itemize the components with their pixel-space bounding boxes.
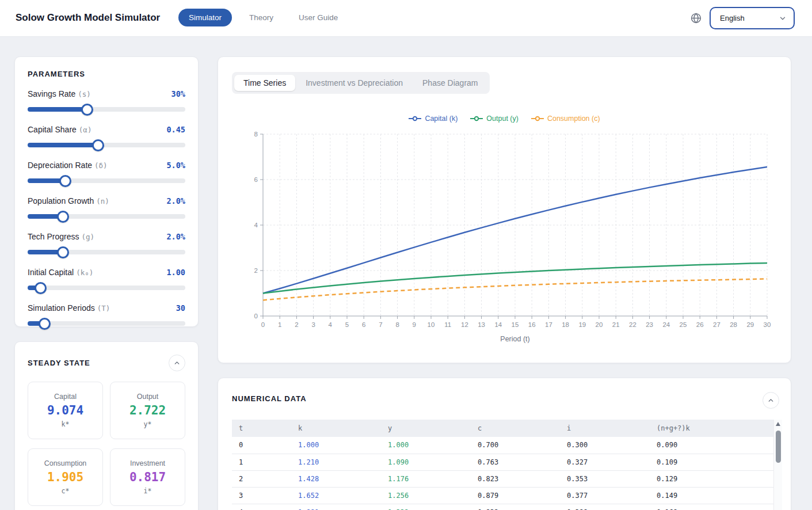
x-tick-label: 9: [413, 321, 416, 328]
legend-item-consumption[interactable]: Consumption (c): [531, 115, 600, 123]
table-cell: 2: [232, 470, 291, 487]
parameter-label: Initial Capital(k₀): [28, 267, 93, 277]
parameter-symbol: (α): [79, 125, 92, 134]
x-tick-label: 23: [646, 321, 653, 328]
parameter-item: Capital Share(α)0.45: [28, 124, 185, 151]
x-tick-label: 5: [345, 321, 349, 328]
x-tick-label: 30: [764, 321, 771, 328]
scrollbar-thumb[interactable]: [776, 431, 781, 463]
steady-card-investment: Investment0.817i*: [110, 448, 185, 506]
steady-state-grid: Capital9.074k*Output2.722y*Consumption1.…: [28, 382, 185, 506]
parameter-name: Initial Capital: [28, 268, 74, 277]
table-cell: 0.377: [560, 487, 650, 504]
parameter-item: Population Growth(n)2.0%: [28, 196, 185, 223]
x-tick-label: 1: [278, 321, 281, 328]
parameter-row: Capital Share(α)0.45: [28, 124, 185, 135]
table-scrollbar[interactable]: [773, 420, 782, 510]
parameter-slider[interactable]: [28, 282, 185, 294]
x-tick-label: 21: [612, 321, 620, 328]
chart-panel: Time SeriesInvestment vs DepreciationPha…: [218, 56, 791, 363]
steady-card-output: Output2.722y*: [110, 382, 185, 439]
parameter-row: Initial Capital(k₀)1.00: [28, 267, 185, 277]
parameter-slider[interactable]: [28, 104, 185, 116]
x-tick-label: 0: [261, 321, 265, 328]
time-series-chart: 0246801234567891011121314151617181920212…: [232, 125, 778, 355]
parameters-list: Savings Rate(s)30%Capital Share(α)0.45De…: [28, 89, 185, 330]
parameter-row: Simulation Periods(T)30: [28, 303, 185, 313]
table-cell: 0.932: [471, 504, 560, 510]
x-tick-label: 22: [629, 321, 636, 328]
table-row: 11.2101.0900.7630.3270.109: [232, 454, 781, 470]
steady-card-value: 0.817: [129, 470, 166, 484]
parameter-item: Tech Progress(g)2.0%: [28, 231, 185, 258]
parameter-slider[interactable]: [28, 318, 185, 330]
app-title: Solow Growth Model Simulator: [16, 12, 160, 24]
slider-thumb[interactable]: [39, 318, 51, 330]
parameter-item: Initial Capital(k₀)1.00: [28, 267, 185, 294]
table-header-cell: y: [381, 420, 471, 437]
nav-theory[interactable]: Theory: [241, 9, 281, 26]
steady-card-consumption: Consumption1.905c*: [28, 448, 103, 506]
parameter-symbol: (s): [78, 90, 91, 98]
header-right: English: [690, 7, 795, 29]
parameter-slider[interactable]: [28, 139, 185, 151]
scroll-up-icon[interactable]: [776, 422, 780, 426]
x-tick-label: 26: [696, 321, 704, 328]
parameter-value: 0.45: [166, 125, 185, 134]
x-tick-label: 6: [362, 321, 365, 328]
slider-thumb[interactable]: [92, 139, 104, 151]
table-header-cell: t: [232, 420, 291, 437]
parameter-label: Tech Progress(g): [28, 231, 94, 242]
tab-time-series[interactable]: Time Series: [234, 75, 295, 91]
parameter-row: Population Growth(n)2.0%: [28, 196, 185, 206]
tab-investment-vs-depreciation[interactable]: Investment vs Depreciation: [296, 75, 412, 91]
table-cell: 1.256: [381, 487, 471, 504]
slider-thumb[interactable]: [81, 104, 93, 116]
parameter-value: 2.0%: [166, 196, 185, 205]
parameter-value: 5.0%: [166, 161, 185, 170]
table-cell: 1.332: [381, 504, 471, 510]
parameter-slider[interactable]: [28, 211, 185, 223]
steady-card-label: Investment: [130, 459, 165, 467]
parameter-value: 1.00: [166, 268, 185, 277]
table-cell: 3: [232, 487, 291, 504]
tab-phase-diagram[interactable]: Phase Diagram: [413, 75, 487, 91]
slider-thumb[interactable]: [35, 282, 47, 294]
legend-item-output[interactable]: Output (y): [470, 115, 519, 123]
parameter-slider[interactable]: [28, 246, 185, 258]
steady-card-value: 2.722: [129, 404, 166, 417]
slider-track[interactable]: [28, 321, 185, 326]
slider-track[interactable]: [28, 286, 185, 290]
parameter-item: Savings Rate(s)30%: [28, 89, 185, 116]
slider-thumb[interactable]: [57, 246, 69, 258]
y-tick-label: 0: [254, 313, 258, 319]
globe-icon: [690, 12, 702, 24]
steady-state-collapse-button[interactable]: [169, 355, 185, 371]
numerical-data-collapse-button[interactable]: [763, 392, 779, 409]
language-select[interactable]: English: [710, 7, 795, 29]
table-header-cell: c: [471, 420, 560, 437]
slider-thumb[interactable]: [57, 211, 69, 223]
legend-label: Output (y): [486, 115, 519, 123]
legend-item-capital[interactable]: Capital (k): [409, 115, 458, 123]
x-tick-label: 14: [494, 321, 502, 328]
steady-card-sub: c*: [62, 487, 70, 495]
nav-simulator[interactable]: Simulator: [178, 9, 232, 26]
parameter-name: Depreciation Rate: [28, 161, 92, 170]
legend-marker-icon: [409, 116, 421, 121]
parameter-slider[interactable]: [28, 175, 185, 187]
table-row: 41.8811.3320.9320.3990.169: [232, 504, 781, 510]
slider-thumb[interactable]: [59, 175, 71, 187]
parameter-symbol: (T): [97, 304, 110, 313]
table-cell: 0.399: [560, 504, 650, 510]
chevron-down-icon: [779, 14, 787, 22]
nav-user-guide[interactable]: User Guide: [291, 9, 346, 26]
table-cell: 0.879: [471, 487, 560, 504]
x-tick-label: 18: [562, 321, 569, 328]
slider-fill: [28, 143, 98, 147]
steady-card-sub: y*: [144, 420, 152, 428]
x-tick-label: 19: [578, 321, 586, 328]
steady-card-sub: k*: [62, 420, 70, 428]
table-cell: 0.169: [650, 504, 781, 510]
chevron-up-icon: [173, 359, 181, 367]
